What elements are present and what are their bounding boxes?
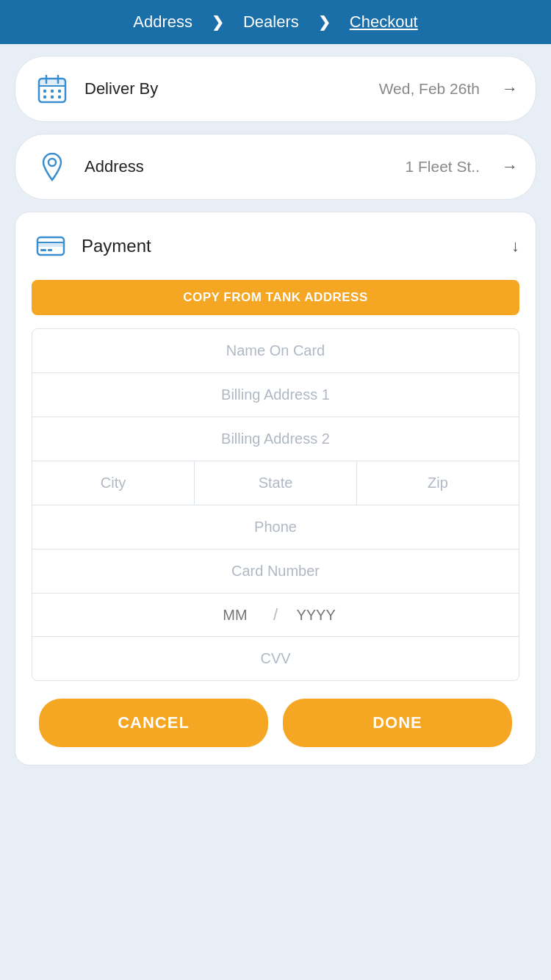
nav-address[interactable]: Address [118, 7, 207, 37]
billing-address-1-field[interactable] [32, 373, 519, 417]
address-card[interactable]: Address 1 Fleet St.. → [15, 134, 536, 200]
nav-checkout[interactable]: Checkout [335, 7, 433, 37]
phone-input[interactable] [32, 505, 519, 549]
zip-cell[interactable] [357, 461, 519, 505]
address-value: 1 Fleet St.. [405, 158, 480, 176]
main-content: Deliver By Wed, Feb 26th → Address 1 Fle… [0, 44, 551, 980]
svg-rect-10 [58, 96, 61, 98]
svg-rect-6 [51, 90, 54, 93]
expiry-year-input[interactable] [287, 607, 345, 624]
svg-rect-8 [43, 96, 46, 98]
payment-header: Payment ↓ [32, 227, 519, 265]
deliver-by-arrow: → [502, 79, 518, 98]
address-arrow: → [502, 157, 518, 176]
svg-rect-15 [40, 249, 46, 251]
expiry-row: / [32, 594, 519, 637]
card-number-input[interactable] [32, 550, 519, 593]
address-label: Address [84, 157, 392, 176]
billing-address-2-input[interactable] [32, 417, 519, 461]
phone-field[interactable] [32, 505, 519, 550]
name-on-card-input[interactable] [32, 329, 519, 372]
svg-rect-1 [39, 79, 65, 86]
svg-rect-16 [48, 249, 52, 251]
nav-dealers[interactable]: Dealers [228, 7, 314, 37]
card-number-field[interactable] [32, 550, 519, 594]
deliver-by-value: Wed, Feb 26th [379, 80, 480, 98]
svg-point-11 [48, 159, 56, 166]
payment-expand-icon[interactable]: ↓ [511, 237, 519, 256]
expiry-month-input[interactable] [206, 607, 264, 624]
cvv-input[interactable] [32, 637, 519, 680]
city-state-zip-row [32, 461, 519, 505]
location-pin-icon [33, 148, 71, 186]
city-input[interactable] [32, 461, 194, 505]
payment-card-icon [32, 227, 70, 265]
payment-form: / [32, 328, 519, 681]
cvv-field[interactable] [32, 637, 519, 680]
nav-chevron-2: ❯ [314, 13, 335, 31]
svg-rect-9 [51, 96, 54, 98]
deliver-by-card[interactable]: Deliver By Wed, Feb 26th → [15, 56, 536, 122]
state-input[interactable] [195, 461, 356, 505]
nav-chevron-1: ❯ [207, 13, 228, 31]
expiry-separator: / [273, 605, 278, 624]
done-button[interactable]: DONE [283, 699, 512, 747]
svg-rect-5 [43, 90, 46, 93]
billing-address-1-input[interactable] [32, 373, 519, 417]
cancel-button[interactable]: CANCEL [39, 699, 268, 747]
city-cell[interactable] [32, 461, 195, 505]
calendar-icon [33, 70, 71, 108]
payment-section: Payment ↓ COPY FROM TANK ADDRESS [15, 212, 536, 765]
payment-title: Payment [82, 236, 500, 256]
zip-input[interactable] [357, 461, 519, 505]
billing-address-2-field[interactable] [32, 417, 519, 461]
copy-from-tank-button[interactable]: COPY FROM TANK ADDRESS [32, 280, 519, 315]
svg-rect-7 [58, 90, 61, 93]
bottom-buttons: CANCEL DONE [32, 699, 519, 747]
deliver-by-label: Deliver By [84, 79, 366, 98]
name-on-card-field[interactable] [32, 329, 519, 373]
top-nav: Address ❯ Dealers ❯ Checkout [0, 0, 551, 44]
state-cell[interactable] [195, 461, 357, 505]
